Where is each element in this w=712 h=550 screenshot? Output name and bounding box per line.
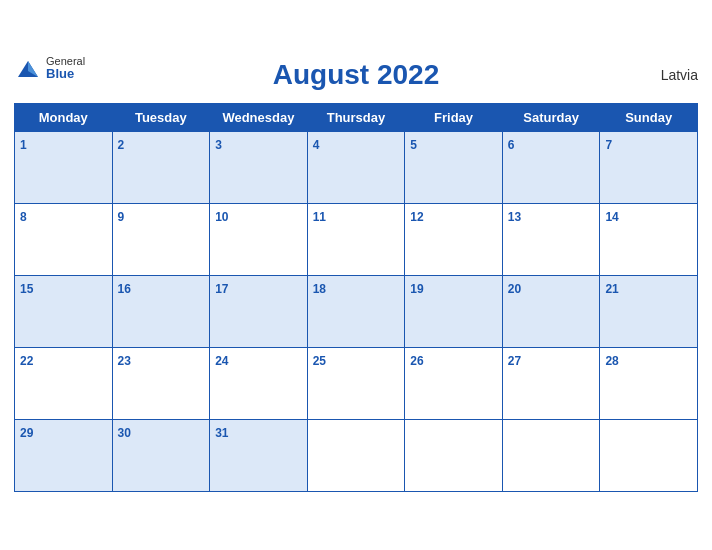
- day-26: 26: [405, 347, 503, 419]
- day-10: 10: [210, 203, 308, 275]
- day-28: 28: [600, 347, 698, 419]
- logo-text: General Blue: [46, 55, 85, 81]
- header-monday: Monday: [15, 103, 113, 131]
- day-2: 2: [112, 131, 210, 203]
- day-12: 12: [405, 203, 503, 275]
- header-friday: Friday: [405, 103, 503, 131]
- day-24: 24: [210, 347, 308, 419]
- header-sunday: Sunday: [600, 103, 698, 131]
- day-19: 19: [405, 275, 503, 347]
- header-saturday: Saturday: [502, 103, 600, 131]
- day-27: 27: [502, 347, 600, 419]
- header-thursday: Thursday: [307, 103, 405, 131]
- day-5: 5: [405, 131, 503, 203]
- week-row-4: 22 23 24 25 26 27 28: [15, 347, 698, 419]
- day-4: 4: [307, 131, 405, 203]
- day-7: 7: [600, 131, 698, 203]
- day-empty-2: [405, 419, 503, 491]
- day-29: 29: [15, 419, 113, 491]
- calendar-header: General Blue August 2022 Latvia: [14, 55, 698, 95]
- week-row-1: 1 2 3 4 5 6 7: [15, 131, 698, 203]
- day-14: 14: [600, 203, 698, 275]
- day-13: 13: [502, 203, 600, 275]
- day-31: 31: [210, 419, 308, 491]
- weekday-header-row: Monday Tuesday Wednesday Thursday Friday…: [15, 103, 698, 131]
- calendar-container: General Blue August 2022 Latvia Monday T…: [0, 45, 712, 506]
- header-wednesday: Wednesday: [210, 103, 308, 131]
- day-9: 9: [112, 203, 210, 275]
- country-label: Latvia: [661, 67, 698, 83]
- day-1: 1: [15, 131, 113, 203]
- day-18: 18: [307, 275, 405, 347]
- day-25: 25: [307, 347, 405, 419]
- day-15: 15: [15, 275, 113, 347]
- day-6: 6: [502, 131, 600, 203]
- day-16: 16: [112, 275, 210, 347]
- day-3: 3: [210, 131, 308, 203]
- day-empty-4: [600, 419, 698, 491]
- day-21: 21: [600, 275, 698, 347]
- logo-area: General Blue: [14, 55, 85, 83]
- day-23: 23: [112, 347, 210, 419]
- day-11: 11: [307, 203, 405, 275]
- generalblue-logo-icon: [14, 55, 42, 83]
- day-empty-3: [502, 419, 600, 491]
- header-tuesday: Tuesday: [112, 103, 210, 131]
- logo-blue-label: Blue: [46, 67, 85, 81]
- day-30: 30: [112, 419, 210, 491]
- day-17: 17: [210, 275, 308, 347]
- week-row-2: 8 9 10 11 12 13 14: [15, 203, 698, 275]
- day-8: 8: [15, 203, 113, 275]
- month-title: August 2022: [273, 59, 440, 91]
- calendar-table: Monday Tuesday Wednesday Thursday Friday…: [14, 103, 698, 492]
- week-row-5: 29 30 31: [15, 419, 698, 491]
- day-20: 20: [502, 275, 600, 347]
- week-row-3: 15 16 17 18 19 20 21: [15, 275, 698, 347]
- day-empty-1: [307, 419, 405, 491]
- day-22: 22: [15, 347, 113, 419]
